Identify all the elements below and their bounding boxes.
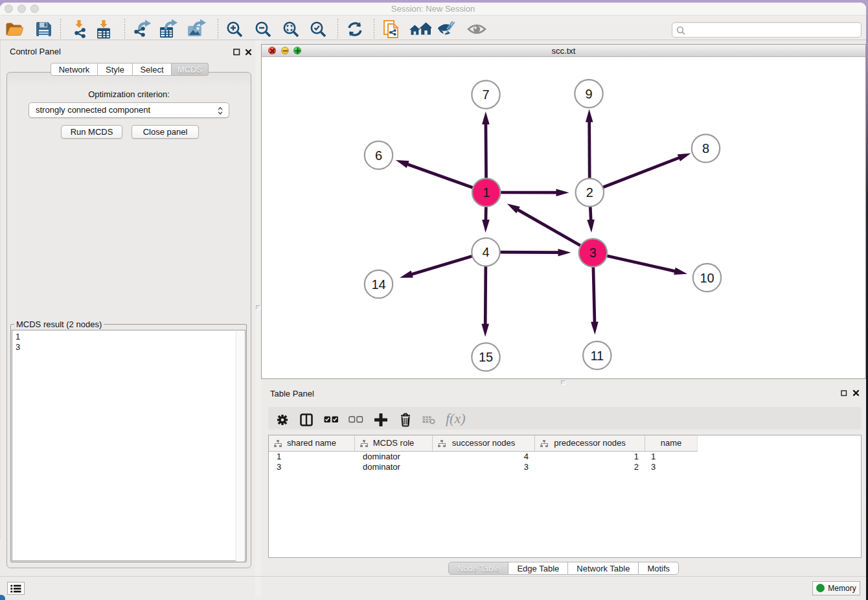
svg-text:8: 8 bbox=[702, 141, 709, 156]
svg-text:9: 9 bbox=[585, 87, 592, 101]
svg-text:14: 14 bbox=[371, 277, 385, 292]
svg-text:11: 11 bbox=[590, 349, 604, 363]
svg-text:10: 10 bbox=[700, 271, 714, 285]
svg-text:7: 7 bbox=[482, 87, 489, 102]
svg-text:4: 4 bbox=[482, 245, 489, 259]
svg-text:3: 3 bbox=[589, 246, 597, 260]
svg-text:2: 2 bbox=[586, 185, 593, 200]
svg-text:1: 1 bbox=[483, 185, 490, 200]
svg-text:15: 15 bbox=[479, 350, 493, 364]
svg-text:6: 6 bbox=[375, 148, 382, 163]
